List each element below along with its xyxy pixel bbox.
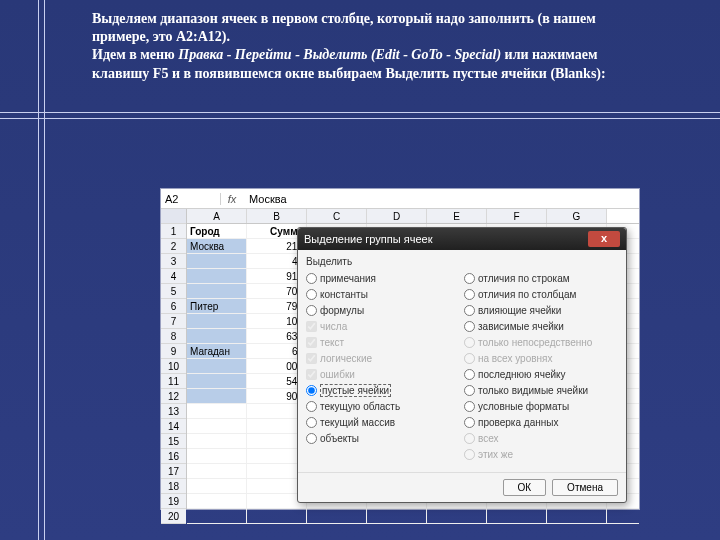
row-header[interactable]: 12 — [161, 389, 186, 404]
radio-input[interactable] — [464, 305, 475, 316]
cell[interactable] — [187, 434, 247, 448]
cell[interactable] — [187, 479, 247, 493]
opt-data-validation[interactable]: проверка данных — [464, 414, 618, 430]
radio-input[interactable] — [464, 273, 475, 284]
cell[interactable] — [187, 329, 247, 343]
opt-current-region[interactable]: текущую область — [306, 398, 460, 414]
row-header[interactable]: 7 — [161, 314, 186, 329]
cell[interactable] — [187, 494, 247, 508]
cell[interactable] — [187, 509, 247, 523]
cell[interactable]: Город — [187, 224, 247, 238]
cell[interactable] — [187, 419, 247, 433]
radio-input[interactable] — [464, 417, 475, 428]
row-header[interactable]: 6 — [161, 299, 186, 314]
decor-vline-2 — [44, 0, 45, 540]
cell[interactable] — [247, 509, 307, 523]
fx-icon[interactable]: fx — [221, 193, 243, 205]
col-header[interactable]: D — [367, 209, 427, 223]
row-header[interactable]: 11 — [161, 374, 186, 389]
radio-input[interactable] — [464, 385, 475, 396]
cell[interactable] — [187, 254, 247, 268]
col-header[interactable]: F — [487, 209, 547, 223]
row-header[interactable]: 19 — [161, 494, 186, 509]
row-header[interactable]: 18 — [161, 479, 186, 494]
opt-row-diff[interactable]: отличия по строкам — [464, 270, 618, 286]
radio-input[interactable] — [464, 369, 475, 380]
opt-same: этих же — [464, 446, 618, 462]
cell[interactable] — [307, 509, 367, 523]
cell[interactable] — [427, 509, 487, 523]
opt-blanks[interactable]: пустые ячейки — [306, 382, 460, 398]
row-header[interactable]: 14 — [161, 419, 186, 434]
row-header[interactable]: 5 — [161, 284, 186, 299]
opt-cond-formats[interactable]: условные форматы — [464, 398, 618, 414]
row-header[interactable]: 9 — [161, 344, 186, 359]
row-header[interactable]: 3 — [161, 254, 186, 269]
opt-dependents[interactable]: зависимые ячейки — [464, 318, 618, 334]
opt-precedents[interactable]: влияющие ячейки — [464, 302, 618, 318]
corner-cell[interactable] — [161, 209, 186, 224]
formula-value[interactable]: Москва — [243, 193, 293, 205]
row-header[interactable]: 8 — [161, 329, 186, 344]
cell[interactable] — [187, 389, 247, 403]
cell[interactable] — [187, 464, 247, 478]
opt-current-array[interactable]: текущий массив — [306, 414, 460, 430]
instr-p1: Выделяем диапазон ячеек в первом столбце… — [92, 11, 596, 44]
cell[interactable] — [187, 269, 247, 283]
cancel-button[interactable]: Отмена — [552, 479, 618, 496]
opt-objects[interactable]: объекты — [306, 430, 460, 446]
opt-comments[interactable]: примечания — [306, 270, 460, 286]
col-header[interactable]: A — [187, 209, 247, 223]
opt-label: текущую область — [320, 401, 400, 412]
row-header[interactable]: 13 — [161, 404, 186, 419]
opt-formulas[interactable]: формулы — [306, 302, 460, 318]
cell[interactable] — [187, 449, 247, 463]
radio-input[interactable] — [464, 401, 475, 412]
col-header[interactable]: G — [547, 209, 607, 223]
row-header[interactable]: 2 — [161, 239, 186, 254]
radio-input[interactable] — [306, 401, 317, 412]
row-header[interactable]: 10 — [161, 359, 186, 374]
radio-input[interactable] — [306, 273, 317, 284]
cell[interactable]: Питер — [187, 299, 247, 313]
col-header[interactable]: C — [307, 209, 367, 223]
cell[interactable]: Магадан — [187, 344, 247, 358]
cell[interactable] — [487, 509, 547, 523]
radio-input[interactable] — [306, 385, 317, 396]
opt-label: только видимые ячейки — [478, 385, 588, 396]
radio-input[interactable] — [306, 433, 317, 444]
opt-all-levels: на всех уровнях — [464, 350, 618, 366]
cell[interactable] — [187, 374, 247, 388]
radio-input[interactable] — [464, 321, 475, 332]
cell[interactable] — [367, 509, 427, 523]
decor-hline-2 — [0, 118, 720, 119]
opt-visible-only[interactable]: только видимые ячейки — [464, 382, 618, 398]
row-header[interactable]: 15 — [161, 434, 186, 449]
cell[interactable] — [187, 404, 247, 418]
ok-button[interactable]: ОК — [503, 479, 547, 496]
cell[interactable] — [187, 314, 247, 328]
opt-label: пустые ячейки — [320, 384, 391, 397]
close-button[interactable]: x — [588, 231, 620, 247]
opt-col-diff[interactable]: отличия по столбцам — [464, 286, 618, 302]
cell[interactable]: Москва — [187, 239, 247, 253]
col-header[interactable]: E — [427, 209, 487, 223]
opt-constants[interactable]: константы — [306, 286, 460, 302]
row-header[interactable]: 16 — [161, 449, 186, 464]
cell[interactable] — [187, 359, 247, 373]
opt-last-cell[interactable]: последнюю ячейку — [464, 366, 618, 382]
row-header[interactable]: 4 — [161, 269, 186, 284]
row-header[interactable]: 20 — [161, 509, 186, 524]
name-box[interactable]: A2 — [161, 193, 221, 205]
cell[interactable] — [187, 284, 247, 298]
row-header[interactable]: 1 — [161, 224, 186, 239]
cell[interactable] — [547, 509, 607, 523]
radio-input[interactable] — [306, 289, 317, 300]
radio-input[interactable] — [464, 289, 475, 300]
dialog-titlebar[interactable]: Выделение группы ячеек x — [298, 228, 626, 250]
radio-input[interactable] — [306, 305, 317, 316]
radio-input[interactable] — [306, 417, 317, 428]
options-right: отличия по строкам отличия по столбцам в… — [464, 270, 618, 462]
row-header[interactable]: 17 — [161, 464, 186, 479]
col-header[interactable]: B — [247, 209, 307, 223]
